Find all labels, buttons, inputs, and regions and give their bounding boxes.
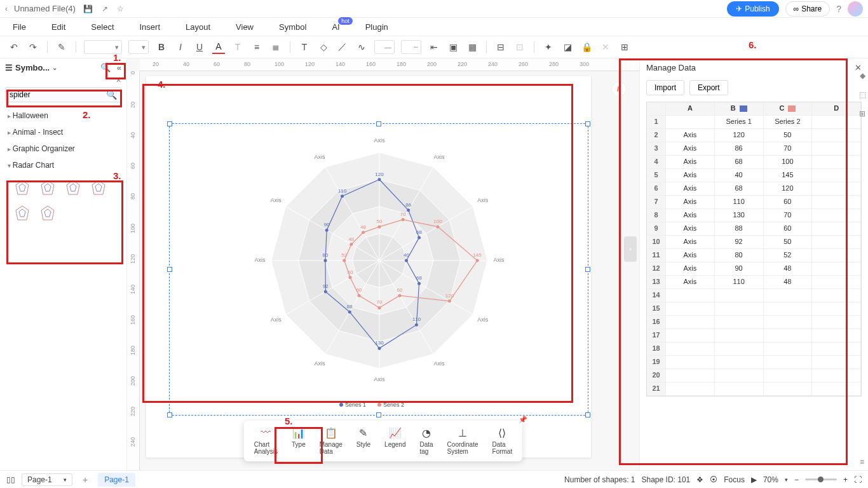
menu-insert[interactable]: Insert bbox=[140, 22, 161, 32]
handle-tl[interactable] bbox=[167, 121, 172, 126]
group-icon[interactable]: ▦ bbox=[466, 41, 478, 53]
open-external-icon[interactable]: ↗ bbox=[100, 3, 109, 15]
avatar[interactable] bbox=[848, 1, 863, 17]
font-select[interactable]: ▾ bbox=[84, 40, 122, 54]
menu-edit[interactable]: Edit bbox=[51, 22, 65, 32]
chart-coord-button[interactable]: ⊥Coordinate System bbox=[441, 424, 485, 458]
manage-data-button[interactable]: 📋Manage Data bbox=[313, 424, 349, 458]
category-halloween[interactable]: Halloween bbox=[5, 107, 121, 124]
radar-shape-3[interactable] bbox=[62, 177, 84, 199]
menu-layout[interactable]: Layout bbox=[186, 22, 210, 32]
chart-style-button[interactable]: ✎Style bbox=[350, 424, 377, 458]
fullscreen-icon[interactable]: ⛶ bbox=[854, 475, 862, 484]
align-top-icon[interactable]: ≣ bbox=[269, 41, 282, 53]
chevron-down-icon[interactable]: ⌄ bbox=[52, 64, 57, 71]
expand-right-icon[interactable]: › bbox=[624, 236, 637, 262]
menu-select[interactable]: Select bbox=[91, 22, 114, 32]
layers-icon[interactable]: ⬚ bbox=[859, 90, 866, 99]
line-dash-select[interactable]: ┄ bbox=[401, 40, 421, 54]
handle-bl[interactable] bbox=[167, 412, 172, 417]
align-left-icon[interactable]: ≡ bbox=[250, 41, 263, 53]
add-page-button[interactable]: + bbox=[79, 475, 92, 485]
export-button[interactable]: Export bbox=[689, 80, 728, 95]
radar-chart[interactable]: AxisAxisAxisAxisAxisAxisAxisAxisAxisAxis… bbox=[169, 123, 588, 416]
chart-datatag-button[interactable]: ◔Data tag bbox=[413, 424, 439, 458]
distribute-icon[interactable]: ⊡ bbox=[513, 41, 526, 53]
italic-icon[interactable]: I bbox=[174, 41, 187, 53]
back-icon[interactable]: ‹ bbox=[5, 4, 8, 13]
outline-icon[interactable]: ▯▯ bbox=[6, 475, 15, 484]
category-radar[interactable]: Radar Chart bbox=[5, 157, 121, 173]
chart-format-button[interactable]: ⟨⟩Data Format bbox=[486, 424, 519, 458]
tools-icon[interactable]: ✕ bbox=[599, 41, 612, 53]
radar-shape-4[interactable] bbox=[88, 177, 109, 199]
apps-icon[interactable]: ⊞ bbox=[859, 109, 865, 118]
present-icon[interactable]: ▶ bbox=[751, 475, 757, 484]
category-graphic[interactable]: Graphic Organizer bbox=[5, 140, 121, 157]
share-button[interactable]: ∞ Share bbox=[785, 1, 831, 17]
search-icon[interactable]: 🔍 bbox=[106, 90, 117, 100]
layers-status-icon[interactable]: ❖ bbox=[696, 475, 703, 484]
undo-icon[interactable]: ↶ bbox=[8, 41, 20, 53]
star-icon[interactable]: ☆ bbox=[116, 3, 125, 15]
underline-icon[interactable]: U bbox=[193, 41, 206, 53]
collapse-left-icon[interactable]: « bbox=[117, 63, 121, 72]
collapse-right-icon[interactable]: ≡ bbox=[860, 458, 864, 466]
menu-view[interactable]: View bbox=[236, 22, 254, 32]
chart-legend-button[interactable]: 📈Legend bbox=[378, 424, 412, 458]
layer-icon[interactable]: ▣ bbox=[447, 41, 459, 53]
zoom-slider[interactable] bbox=[805, 478, 837, 480]
page-tab[interactable]: Page-1 bbox=[98, 473, 135, 487]
library-icon[interactable]: ☰ bbox=[5, 63, 13, 72]
handle-tr[interactable] bbox=[585, 121, 590, 126]
category-animal[interactable]: Animal - Insect bbox=[5, 124, 121, 140]
handle-mr[interactable] bbox=[585, 267, 590, 272]
import-button[interactable]: Import bbox=[646, 80, 684, 95]
line-style-icon[interactable]: ∿ bbox=[355, 41, 368, 53]
radar-shape-2[interactable] bbox=[37, 177, 58, 199]
bold-icon[interactable]: B bbox=[155, 41, 168, 53]
format-painter-icon[interactable]: ✎ bbox=[55, 41, 68, 53]
close-search-icon[interactable]: ✕ bbox=[0, 76, 126, 85]
menu-ai[interactable]: AIhot bbox=[332, 22, 339, 32]
menu-plugin[interactable]: Plugin bbox=[365, 22, 388, 32]
theme-icon[interactable]: ◆ bbox=[860, 71, 865, 80]
zoom-in-icon[interactable]: + bbox=[843, 475, 848, 484]
fontcolor-icon[interactable]: A bbox=[212, 40, 225, 54]
page-select[interactable]: Page-1 ▾ bbox=[22, 473, 72, 486]
arrow-start-icon[interactable]: ⇤ bbox=[428, 41, 440, 53]
chart-analysis-button[interactable]: 〰Chart Analysis bbox=[248, 424, 284, 458]
focus-icon[interactable]: ⦿ bbox=[710, 475, 717, 484]
text-vert-icon[interactable]: T bbox=[231, 41, 244, 53]
fill-icon[interactable]: ◇ bbox=[317, 41, 330, 53]
menu-file[interactable]: File bbox=[13, 22, 26, 32]
search-toggle-icon[interactable]: 🔍 bbox=[100, 63, 111, 72]
radar-shape-6[interactable] bbox=[37, 203, 58, 224]
chart-type-button[interactable]: 📊Type bbox=[285, 424, 312, 458]
text-icon[interactable]: T bbox=[298, 41, 311, 53]
save-icon[interactable]: 💾 bbox=[82, 3, 94, 15]
menu-symbol[interactable]: Symbol bbox=[279, 22, 306, 32]
redo-icon[interactable]: ↷ bbox=[27, 41, 39, 53]
help-icon[interactable]: ? bbox=[836, 4, 841, 14]
handle-tm[interactable] bbox=[376, 121, 381, 126]
radar-shape-5[interactable] bbox=[11, 203, 33, 224]
data-table[interactable]: AB C D1Series 1Series 22Axis120503Axis86… bbox=[646, 102, 862, 396]
line-color-icon[interactable]: ／ bbox=[336, 40, 349, 54]
pin-icon[interactable]: 📌 bbox=[519, 416, 527, 424]
lock-icon[interactable]: 🔒 bbox=[580, 41, 593, 53]
line-weight-select[interactable]: — bbox=[374, 40, 395, 54]
radar-shape-1[interactable] bbox=[11, 177, 33, 199]
zoom-value[interactable]: 70% bbox=[763, 475, 778, 484]
more-icon[interactable]: ⊞ bbox=[618, 41, 631, 53]
handle-ml[interactable] bbox=[167, 267, 172, 272]
publish-button[interactable]: ✈ Publish bbox=[727, 1, 778, 17]
handle-br[interactable] bbox=[585, 412, 590, 417]
canvas[interactable]: 2040608010012014016018020022024026028030… bbox=[127, 58, 639, 470]
fontsize-select[interactable]: ▾ bbox=[128, 40, 149, 54]
canvas-page[interactable]: AxisAxisAxisAxisAxisAxisAxisAxisAxisAxis… bbox=[146, 76, 591, 458]
search-input[interactable] bbox=[10, 90, 106, 99]
handle-bm[interactable] bbox=[376, 412, 381, 417]
align-objects-icon[interactable]: ⊟ bbox=[494, 41, 507, 53]
crop-icon[interactable]: ◪ bbox=[561, 41, 574, 53]
